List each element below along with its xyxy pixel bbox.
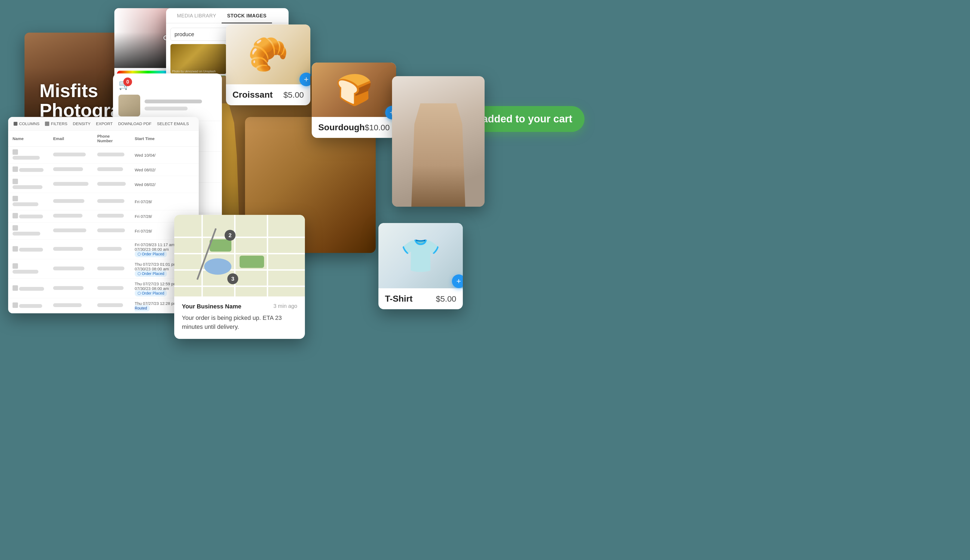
croissant-image <box>226 25 310 84</box>
row-phone-cell <box>93 222 130 240</box>
row-phone-cell <box>93 210 130 222</box>
map-pin-3-label: 3 <box>231 276 234 282</box>
toolbar-columns-label: COLUMNS <box>19 121 40 126</box>
map-notification-header: Your Business Name 3 min ago <box>182 303 297 310</box>
row-tag-icon <box>13 179 18 184</box>
email-pill <box>53 247 83 251</box>
table-row: Thu 07/27/23 01:01 pm Sun 07/30/23 08:00… <box>8 259 199 279</box>
phone-pill <box>97 303 123 307</box>
lifestyle-person-silhouette <box>408 103 468 207</box>
cart-badge: 0 <box>123 78 132 86</box>
toolbar-density-label: DENSITY <box>73 121 91 126</box>
map-road-h4 <box>174 285 305 287</box>
table-row: Fri 07/28/ <box>8 210 199 222</box>
row-email-cell <box>49 147 93 164</box>
cart-item-line <box>145 107 187 110</box>
row-name-cell <box>8 259 49 279</box>
order-badge: ⬡ Order Placed <box>135 290 167 297</box>
phone-pill <box>97 167 123 171</box>
phone-pill <box>97 214 124 218</box>
map-notification: Your Business Name 3 min ago Your order … <box>174 297 305 339</box>
map-background <box>174 215 305 297</box>
phone-pill <box>97 199 124 203</box>
email-pill <box>53 214 82 218</box>
row-phone-cell <box>93 164 130 176</box>
phone-pill <box>97 182 126 186</box>
row-name-cell <box>8 279 49 298</box>
croissant-name: Croissant <box>232 90 273 100</box>
row-phone-cell <box>93 147 130 164</box>
row-date-cell: Wed 08/02/ <box>130 176 199 193</box>
row-email-cell <box>49 164 93 176</box>
row-name-cell <box>8 176 49 193</box>
toolbar-download-pdf-label: DOWNLOAD PDF <box>118 121 152 126</box>
row-phone-cell <box>93 259 130 279</box>
sourdough-product-card: + Sourdough $10.00 <box>312 63 396 138</box>
map-pin-2: 2 <box>224 230 236 241</box>
tshirt-footer: T-Shirt $5.00 <box>378 288 463 309</box>
row-tag-icon <box>13 285 18 291</box>
map-pin-2-label: 2 <box>228 232 231 238</box>
email-pill <box>53 199 84 203</box>
sourdough-footer: Sourdough $10.00 <box>312 117 396 138</box>
toolbar-select-emails[interactable]: SELECT EMAILS <box>157 121 189 126</box>
cart-icon-area: 🛒 0 <box>119 79 130 90</box>
row-name-cell <box>8 298 49 313</box>
tshirt-name: T-Shirt <box>385 294 413 304</box>
tab-media-library[interactable]: MEDIA LIBRARY <box>172 8 222 23</box>
row-name-cell <box>8 240 49 259</box>
order-badge: ⬡ Order Placed <box>135 270 167 277</box>
col-phone: Phone Number <box>93 130 130 147</box>
phone-pill <box>97 267 124 270</box>
order-badge: ⬡ Order Placed <box>135 251 167 257</box>
name-pill <box>13 202 38 206</box>
table-header-row: Name Email Phone Number Start Time <box>8 130 199 147</box>
toolbar-density[interactable]: DENSITY <box>73 121 91 126</box>
toolbar-filters[interactable]: FILTERS <box>45 121 67 126</box>
map-time-ago: 3 min ago <box>273 303 297 310</box>
sourdough-price: $10.00 <box>365 123 390 132</box>
row-tag-icon <box>13 225 18 231</box>
toolbar-export[interactable]: EXPORT <box>96 121 113 126</box>
toolbar-download-pdf[interactable]: DOWNLOAD PDF <box>118 121 152 126</box>
row-tag-icon <box>13 149 18 155</box>
columns-icon <box>13 122 17 126</box>
cart-item-image-1 <box>119 95 140 117</box>
map-road-v1 <box>201 215 203 297</box>
name-pill <box>19 248 43 252</box>
row-phone-cell <box>93 176 130 193</box>
row-name-cell <box>8 164 49 176</box>
name-pill <box>13 232 40 235</box>
tab-stock-images[interactable]: STOCK IMAGES <box>222 8 272 23</box>
lifestyle-photo-inner <box>392 76 485 207</box>
croissant-product-card: + Croissant $5.00 <box>226 25 310 105</box>
map-card: 2 3 Your Business Name 3 min ago Your or… <box>174 215 305 339</box>
name-pill <box>19 215 43 218</box>
tshirt-product-card: 👕 + T-Shirt $5.00 <box>378 223 463 309</box>
sourdough-name: Sourdough <box>318 122 365 132</box>
phone-pill <box>97 228 125 232</box>
tshirt-price: $5.00 <box>436 294 456 303</box>
table-toolbar: COLUMNS FILTERS DENSITY EXPORT DOWNLOAD … <box>8 117 199 130</box>
tshirt-emoji: 👕 <box>400 237 441 275</box>
stock-thumb-1[interactable]: Photo by uknozwad on Unsplash <box>171 44 226 74</box>
row-email-cell <box>49 176 93 193</box>
email-pill <box>53 182 89 186</box>
table-row: Fri 07/28/23 11:17 am Sun 07/30/23 08:00… <box>8 240 199 259</box>
map-area: 2 3 <box>174 215 305 297</box>
toolbar-columns[interactable]: COLUMNS <box>13 121 40 126</box>
row-name-cell <box>8 193 49 210</box>
row-tag-icon <box>13 246 18 252</box>
lifestyle-photo <box>392 76 485 207</box>
toolbar-select-emails-label: SELECT EMAILS <box>157 121 189 126</box>
data-table: Name Email Phone Number Start Time Wed 1… <box>8 130 199 313</box>
row-tag-icon <box>13 196 18 201</box>
row-date-cell: Fri 07/28/ <box>130 193 199 210</box>
map-green-2 <box>239 256 264 268</box>
row-tag-icon <box>13 213 18 218</box>
col-email: Email <box>49 130 93 147</box>
name-pill <box>19 304 42 308</box>
email-pill <box>53 303 82 307</box>
row-email-cell <box>49 210 93 222</box>
business-name: Your Business Name <box>182 303 241 310</box>
